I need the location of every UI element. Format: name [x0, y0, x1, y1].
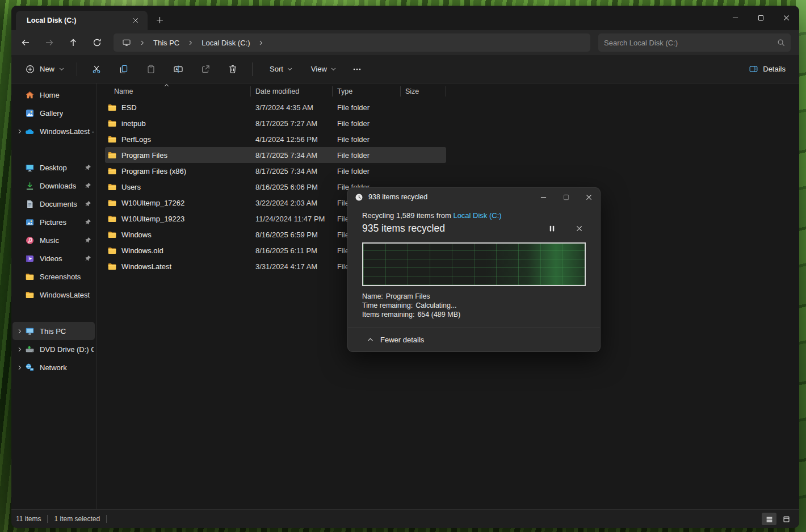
sort-ascending-icon [164, 82, 169, 90]
expand-chevron-icon[interactable] [14, 347, 25, 352]
table-row[interactable]: ESD 3/7/2024 4:35 AM File folder [105, 99, 446, 115]
items-recycled-count: 935 items recycled [362, 223, 445, 234]
refresh-button[interactable] [85, 33, 109, 52]
column-header-date-modified[interactable]: Date modified [251, 86, 333, 97]
file-type: File folder [333, 119, 401, 128]
sort-button[interactable]: Sort [260, 60, 298, 79]
navigation-pane: Home Gallery WindowsLatest - Pe Desktop … [11, 83, 96, 509]
details-view-toggle[interactable] [762, 513, 776, 525]
recycling-summary: Recycling 1,589 items from Local Disk (C… [362, 211, 586, 220]
rename-button[interactable] [167, 60, 190, 79]
dialog-minimize-button[interactable] [532, 188, 555, 206]
chevron-right-icon[interactable] [186, 40, 195, 45]
pause-button[interactable] [545, 221, 559, 235]
table-row[interactable]: PerfLogs 4/1/2024 12:56 PM File folder [105, 131, 446, 147]
sidebar-item-dvd-drive-d-ccc[interactable]: DVD Drive (D:) CCC [12, 340, 95, 358]
column-header-name[interactable]: Name [105, 86, 251, 97]
new-tab-button[interactable] [151, 11, 168, 28]
toolbar-divider [77, 62, 77, 76]
sidebar-item-music[interactable]: Music [12, 231, 95, 249]
sidebar-item-label: Desktop [40, 164, 67, 172]
chevron-right-icon[interactable] [256, 40, 266, 45]
sidebar-item-network[interactable]: Network [12, 358, 95, 376]
sidebar-item-videos[interactable]: Videos [12, 249, 95, 267]
sidebar-item-home[interactable]: Home [12, 86, 95, 104]
breadcrumb-local-disk[interactable]: Local Disk (C:) [196, 35, 255, 50]
chevron-right-icon[interactable] [137, 40, 147, 45]
maximize-button[interactable] [748, 6, 774, 30]
dialog-close-button[interactable] [577, 188, 600, 206]
back-button[interactable] [14, 33, 37, 52]
sidebar-item-pictures[interactable]: Pictures [12, 213, 95, 231]
chevron-down-icon [331, 66, 336, 72]
sidebar-item-screenshots[interactable]: Screenshots [12, 267, 95, 286]
share-button[interactable] [194, 60, 217, 79]
chevron-down-icon [59, 66, 64, 72]
table-row[interactable]: Program Files (x86) 8/17/2025 7:34 AM Fi… [105, 163, 446, 179]
breadcrumb[interactable]: This PC Local Disk (C:) [114, 33, 590, 52]
sidebar-item-desktop[interactable]: Desktop [12, 158, 95, 177]
up-button[interactable] [61, 33, 85, 52]
expand-chevron-icon[interactable] [14, 365, 25, 370]
search-input[interactable] [604, 39, 777, 47]
sidebar-item-gallery[interactable]: Gallery [12, 104, 95, 122]
close-tab-icon[interactable] [129, 14, 142, 27]
sidebar-item-label: Music [40, 236, 59, 245]
close-window-button[interactable] [774, 6, 799, 30]
file-name: PerfLogs [121, 135, 151, 144]
sidebar-item-windowslatest-pe[interactable]: WindowsLatest - Pe [12, 122, 95, 140]
breadcrumb-this-pc[interactable]: This PC [148, 35, 184, 50]
view-label: View [311, 65, 327, 73]
fewer-details-toggle[interactable]: Fewer details [348, 328, 600, 351]
dialog-title: 938 items recycled [368, 193, 527, 201]
delete-button[interactable] [221, 60, 244, 79]
table-row[interactable]: inetpub 8/17/2025 7:27 AM File folder [105, 115, 446, 131]
desktop-icon [25, 163, 35, 173]
local-disk-link[interactable]: Local Disk (C:) [453, 211, 501, 220]
file-date-modified: 11/24/2024 11:47 PM [251, 215, 333, 223]
paste-button[interactable] [140, 60, 162, 79]
file-type: File folder [333, 167, 401, 175]
column-header-type[interactable]: Type [333, 86, 401, 97]
details-pane-button[interactable]: Details [742, 60, 792, 79]
file-name: Program Files [121, 151, 167, 160]
more-options-button[interactable] [346, 60, 368, 79]
sidebar-item-downloads[interactable]: Downloads [12, 177, 95, 195]
sidebar-item-label: WindowsLatest - Pe [40, 127, 94, 136]
minimize-button[interactable] [723, 6, 748, 30]
expand-chevron-icon[interactable] [14, 129, 25, 134]
search-icon[interactable] [777, 39, 785, 47]
table-row[interactable]: Program Files 8/17/2025 7:34 AM File fol… [105, 147, 446, 163]
sidebar-item-label: Home [40, 91, 60, 99]
toolbar-divider [252, 62, 253, 76]
dialog-window-controls [532, 188, 600, 206]
search-box[interactable] [598, 33, 791, 52]
cut-button[interactable] [85, 60, 108, 79]
view-button[interactable]: View [301, 60, 342, 79]
pictures-icon [25, 217, 35, 227]
tab-local-disk[interactable]: Local Disk (C:) [16, 11, 148, 30]
details-icon [749, 64, 758, 74]
forward-button[interactable] [37, 33, 61, 52]
chevron-down-icon [287, 66, 292, 72]
items-remaining-value: 654 (489 MB) [417, 311, 460, 319]
file-name: ESD [121, 103, 137, 112]
sidebar-item-this-pc[interactable]: This PC [12, 322, 95, 340]
new-label: New [40, 65, 54, 73]
chevron-up-icon [367, 337, 373, 343]
copy-button[interactable] [112, 60, 135, 79]
fewer-details-label: Fewer details [380, 336, 424, 344]
expand-chevron-icon[interactable] [14, 329, 25, 334]
sidebar-item-documents[interactable]: Documents [12, 195, 95, 213]
folder-icon [107, 246, 117, 255]
new-button[interactable]: New [18, 60, 71, 79]
file-date-modified: 8/17/2025 7:34 AM [251, 151, 333, 160]
this-pc-icon[interactable] [117, 35, 136, 50]
folder-icon [107, 182, 117, 192]
cancel-button[interactable] [572, 221, 586, 235]
large-thumbnails-view-toggle[interactable] [779, 513, 794, 525]
folder-icon [107, 214, 117, 224]
dialog-maximize-button[interactable] [555, 188, 577, 206]
sidebar-item-windowslatest[interactable]: WindowsLatest [12, 286, 95, 304]
column-header-size[interactable]: Size [401, 86, 446, 97]
